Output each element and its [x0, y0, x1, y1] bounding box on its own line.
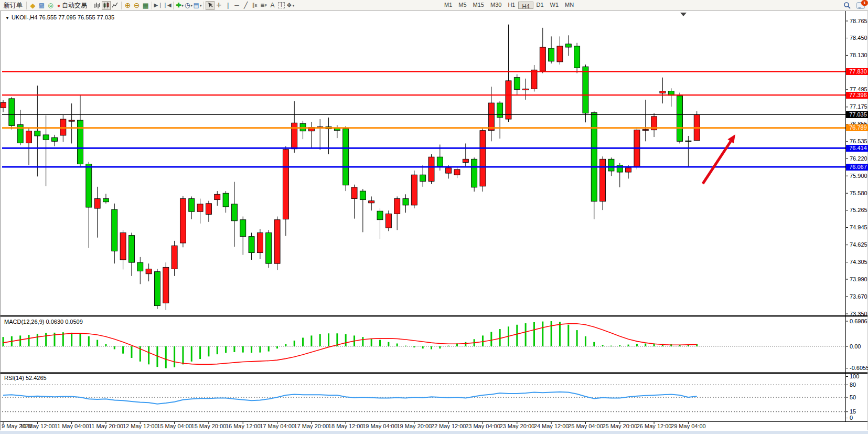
macd-bar — [19, 335, 21, 346]
indicators-add-icon[interactable]: ✚▾ — [175, 1, 184, 10]
candle-body — [343, 129, 349, 185]
timeframe-button-w1[interactable]: W1 — [547, 1, 562, 10]
macd-bar — [585, 336, 586, 346]
auto-trading-button[interactable]: ● 自动交易 — [55, 1, 89, 10]
candle-body — [223, 193, 229, 207]
candle-body — [43, 135, 49, 140]
candle-body — [642, 130, 648, 131]
timeframe-button-h1[interactable]: H1 — [505, 1, 518, 10]
price-tick-label: 76.220 — [850, 155, 867, 162]
rsi-axis-label: 0 — [850, 415, 853, 421]
candle-body — [600, 159, 606, 201]
terminal-window-icon[interactable]: ▩ — [37, 1, 46, 10]
macd-bar — [79, 334, 81, 346]
chart-shift-marker — [680, 13, 687, 16]
macd-bar — [542, 322, 543, 346]
candle-body — [514, 78, 520, 90]
horizontal-line-icon[interactable]: ─ — [232, 1, 241, 10]
price-tick-label: 78.765 — [850, 18, 867, 24]
timeframe-button-m30[interactable]: M30 — [487, 1, 505, 10]
timeframe-button-m1[interactable]: M1 — [441, 1, 455, 10]
periods-clock-icon[interactable]: ◷▾ — [184, 1, 193, 10]
candle-body — [26, 131, 31, 143]
symbol-ohlc-text: UKOil-,H4 76.555 77.095 76.555 77.035 — [12, 14, 114, 20]
price-tick-label: 77.175 — [850, 103, 867, 110]
cursor-icon[interactable] — [206, 1, 215, 10]
candle-body — [446, 168, 452, 173]
timeframe-button-m5[interactable]: M5 — [455, 1, 469, 10]
tile-windows-icon[interactable]: ▦ — [141, 1, 150, 10]
price-tick-label: 73.670 — [850, 293, 867, 300]
timeframe-button-d1[interactable]: D1 — [533, 1, 547, 10]
rsi-axis-label: 50 — [850, 394, 856, 400]
new-order-label: 新订单 — [4, 1, 23, 10]
vertical-line-icon[interactable]: ❘ — [223, 1, 232, 10]
date-label: 23 May 04:00 — [465, 423, 500, 429]
text-label-icon[interactable]: T — [277, 1, 286, 10]
macd-bar — [431, 346, 432, 349]
candle-body — [249, 237, 254, 253]
macd-bar — [199, 346, 201, 359]
templates-icon[interactable]: ▤▾ — [193, 1, 202, 10]
candle-body — [540, 47, 545, 71]
price-line-flag: 76.414 — [846, 145, 868, 152]
timeframe-button-h4[interactable]: H4 — [518, 2, 533, 9]
symbol-dropdown-icon[interactable]: ▼ — [5, 16, 9, 20]
candle-body — [471, 159, 477, 187]
candle-body — [206, 204, 211, 215]
macd-bar — [388, 342, 389, 346]
zoom-out-icon[interactable]: ⊖ — [132, 1, 141, 10]
price-line-flag: 76.789 — [846, 124, 868, 131]
fibonacci-icon[interactable]: ≣F — [259, 1, 268, 10]
timeframe-button-m15[interactable]: M15 — [470, 1, 487, 10]
bar-chart-type-icon[interactable] — [93, 1, 102, 10]
auto-scroll-icon[interactable]: ▶❘ — [154, 1, 163, 10]
macd-bar — [439, 346, 441, 348]
candle-body — [1, 102, 6, 108]
candle-body — [189, 199, 195, 212]
timeframe-button-mn[interactable]: MN — [562, 1, 577, 10]
alert-icon[interactable]: ◆ — [28, 1, 37, 10]
notification-badge: 1 — [861, 0, 868, 6]
candle-body — [9, 99, 15, 126]
text-icon[interactable]: A — [268, 1, 277, 10]
date-label: 16 May 12:00 — [226, 423, 261, 429]
zoom-in-icon[interactable]: ⊕ — [123, 1, 132, 10]
date-label: 10 May 12:00 — [20, 423, 55, 429]
candle-body — [403, 199, 409, 205]
candle-body — [180, 199, 186, 244]
search-icon[interactable] — [842, 1, 851, 10]
chart-shift-icon[interactable]: ❘◀ — [163, 1, 172, 10]
new-order-button[interactable]: 新订单 — [2, 1, 25, 10]
candle-body — [240, 220, 246, 237]
macd-bar — [3, 337, 4, 346]
rsi-axis-label: 100 — [850, 373, 859, 379]
trendline-icon[interactable]: ╱ — [241, 1, 250, 10]
candlestick-chart-type-icon[interactable] — [102, 1, 111, 10]
date-label: 24 May 12:00 — [534, 423, 569, 429]
equidistant-channel-icon[interactable]: ∥E — [250, 1, 259, 10]
candle-body — [197, 204, 203, 211]
line-chart-type-icon[interactable] — [111, 1, 120, 10]
chart-canvas[interactable] — [0, 0, 868, 434]
macd-bar — [71, 333, 72, 346]
macd-bar — [191, 346, 192, 362]
macd-bar — [610, 346, 612, 346]
candle-body — [497, 103, 503, 118]
market-watch-icon[interactable]: ◎ — [46, 1, 55, 10]
chat-icon[interactable]: 1 — [856, 2, 865, 9]
macd-bar — [533, 322, 535, 346]
macd-bar — [302, 338, 304, 346]
macd-bar — [593, 342, 595, 346]
macd-bar — [482, 335, 484, 346]
macd-bar — [165, 346, 167, 368]
candle-body — [231, 204, 237, 221]
price-tick-label: 74.945 — [850, 224, 867, 230]
price-tick-label: 74.625 — [850, 241, 867, 248]
macd-bar — [559, 322, 561, 346]
price-tick-label: 74.305 — [850, 259, 867, 265]
candle-body — [274, 220, 280, 263]
crosshair-icon[interactable]: ✛ — [215, 1, 223, 10]
date-label: 25 May 20:00 — [602, 423, 637, 429]
shapes-icon[interactable]: ❖▾ — [286, 1, 295, 10]
